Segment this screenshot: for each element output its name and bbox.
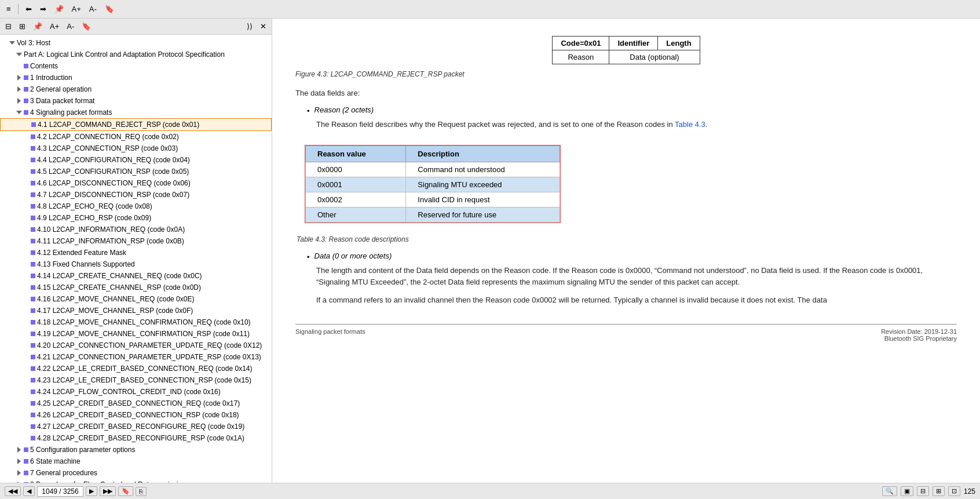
toc-s4-6[interactable]: 4.6 L2CAP_DISCONNECTION_REQ (code 0x06) <box>0 177 272 189</box>
toc-bullet <box>31 122 36 127</box>
last-page-button[interactable]: ▶▶ <box>100 486 116 496</box>
toc-s41-label: 4.1 L2CAP_COMMAND_REJECT_RSP (code 0x01) <box>38 119 199 130</box>
toc-s4-9[interactable]: 4.9 L2CAP_ECHO_RSP (code 0x09) <box>0 212 272 224</box>
toc-s4-25[interactable]: 4.25 L2CAP_CREDIT_BASED_CONNECTION_REQ (… <box>0 398 272 409</box>
toc-s4-15[interactable]: 4.15 L2CAP_CREATE_CHANNEL_RSP (code 0x0D… <box>0 282 272 293</box>
bookmark-nav-button[interactable]: 🔖 <box>118 486 133 496</box>
toc-font-decrease-button[interactable]: A- <box>64 20 77 32</box>
bottom-bar: ◀◀ ◀ ▶ ▶▶ 🔖 ⎘ 🔍 ▣ ⊟ ⊞ ⊡ 125 <box>0 483 980 499</box>
expand-icon-partA <box>16 52 22 57</box>
expand-icon-ch6 <box>16 458 22 464</box>
toc-ch4[interactable]: 4 Signaling packet formats <box>0 107 272 118</box>
toc-s4-14[interactable]: 4.14 L2CAP_CREATE_CHANNEL_REQ (code 0x0C… <box>0 270 272 282</box>
toc-s4-8[interactable]: 4.8 L2CAP_ECHO_REQ (code 0x08) <box>0 201 272 212</box>
toc-s4-13[interactable]: 4.13 Fixed Channels Supported <box>0 258 272 270</box>
page-input[interactable] <box>37 486 83 497</box>
toc-ch1[interactable]: 1 Introduction <box>0 72 272 83</box>
toc-root[interactable]: Vol 3: Host <box>0 37 272 49</box>
toc-s4-10[interactable]: 4.10 L2CAP_INFORMATION_REQ (code 0x0A) <box>0 224 272 235</box>
toc-s42-label: 4.2 L2CAP_CONNECTION_REQ (code 0x02) <box>37 132 179 142</box>
footer-right2: Bluetooth SIG Proprietary <box>881 335 957 342</box>
expand-icon-ch1 <box>16 75 22 81</box>
back-button[interactable]: ⬅ <box>23 3 35 15</box>
toc-font-increase-button[interactable]: A+ <box>47 20 62 32</box>
toc-ch5[interactable]: 5 Configuration parameter options <box>0 444 272 456</box>
table-caption: Table 4.3: Reason code descriptions <box>297 235 957 243</box>
copy-nav-button[interactable]: ⎘ <box>136 487 147 496</box>
font-increase-button[interactable]: A+ <box>69 3 84 15</box>
data-fields-heading: The data fields are: <box>295 88 957 100</box>
bullet-dot-1: • <box>307 107 310 115</box>
toc-ch2[interactable]: 2 General operation <box>0 83 272 95</box>
first-page-button[interactable]: ◀◀ <box>5 486 21 496</box>
reason-desc-cell: Signaling MTU exceeded <box>406 177 560 192</box>
toc-s4-4[interactable]: 4.4 L2CAP_CONFIGURATION_REQ (code 0x04) <box>0 154 272 166</box>
view-icon3[interactable]: ⊟ <box>917 486 929 496</box>
reason-value-cell: 0x0001 <box>306 177 406 192</box>
toc-ch2-label: 2 General operation <box>30 84 92 94</box>
toc-s4-5[interactable]: 4.5 L2CAP_CONFIGURATION_RSP (code 0x05) <box>0 166 272 177</box>
pin-button[interactable]: 📌 <box>52 3 67 15</box>
panel-collapse-button[interactable]: ⟩⟩ <box>244 20 255 32</box>
toc-bullet <box>31 424 35 429</box>
toc-s4-26[interactable]: 4.26 L2CAP_CREDIT_BASED_CONNECTION_RSP (… <box>0 409 272 421</box>
toc-tree[interactable]: Vol 3: Host Part A: Logical Link Control… <box>0 35 272 483</box>
toc-s4-22[interactable]: 4.22 L2CAP_LE_CREDIT_BASED_CONNECTION_RE… <box>0 363 272 374</box>
view-icon4[interactable]: ⊞ <box>933 486 945 496</box>
font-decrease-button[interactable]: A- <box>86 3 100 15</box>
expand-all-button[interactable]: ⊞ <box>16 20 28 32</box>
prev-page-button[interactable]: ◀ <box>23 486 35 496</box>
toc-contents[interactable]: Contents <box>0 60 272 72</box>
toc-s4-28[interactable]: 4.28 L2CAP_CREDIT_BASED_RECONFIGURE_RSP … <box>0 432 272 444</box>
toc-s4-7[interactable]: 4.7 L2CAP_DISCONNECTION_RSP (code 0x07) <box>0 189 272 201</box>
toc-bookmark-button[interactable]: 🔖 <box>79 20 94 32</box>
toc-s4-20[interactable]: 4.20 L2CAP_CONNECTION_PARAMETER_UPDATE_R… <box>0 340 272 351</box>
toc-s4-18[interactable]: 4.18 L2CAP_MOVE_CHANNEL_CONFIRMATION_REQ… <box>0 316 272 328</box>
toc-s4-17[interactable]: 4.17 L2CAP_MOVE_CHANNEL_RSP (code 0x0F) <box>0 305 272 316</box>
toc-bullet <box>24 99 28 103</box>
toc-ch7[interactable]: 7 General procedures <box>0 467 272 479</box>
toc-s4-16[interactable]: 4.16 L2CAP_MOVE_CHANNEL_REQ (code 0x0E) <box>0 293 272 305</box>
toc-ch3[interactable]: 3 Data packet format <box>0 95 272 107</box>
toc-s4-24[interactable]: 4.24 L2CAP_FLOW_CONTROL_CREDIT_IND (code… <box>0 386 272 398</box>
toc-bullet <box>31 192 35 197</box>
collapse-all-button[interactable]: ⊟ <box>2 20 14 32</box>
reason-col-header-1: Reason value <box>306 145 406 162</box>
toc-partA[interactable]: Part A: Logical Link Control and Adaptat… <box>0 49 272 60</box>
toc-s4-27[interactable]: 4.27 L2CAP_CREDIT_BASED_RECONFIGURE_REQ … <box>0 421 272 432</box>
toc-s4-19[interactable]: 4.19 L2CAP_MOVE_CHANNEL_CONFIRMATION_RSP… <box>0 328 272 340</box>
panel-expand-button[interactable]: ✕ <box>257 20 269 32</box>
toc-bullet <box>24 447 28 452</box>
bullet-section-1: • Reason (2 octets) The Reason field des… <box>307 105 957 131</box>
next-page-button[interactable]: ▶ <box>86 486 97 496</box>
menu-icon[interactable]: ≡ <box>3 3 14 15</box>
toolbar: ≡ ⬅ ➡ 📌 A+ A- 🔖 <box>0 0 980 19</box>
toc-s4-11[interactable]: 4.11 L2CAP_INFORMATION_RSP (code 0x0B) <box>0 235 272 247</box>
bookmark-toolbar-button[interactable]: 🔖 <box>102 3 117 15</box>
reason-value-cell: Other <box>306 207 406 222</box>
reason-col-header-2: Description <box>406 145 560 162</box>
reason-table-row: 0x0002Invalid CID in request <box>306 192 560 207</box>
bullet-item-2: • Data (0 or more octets) <box>307 252 957 261</box>
toc-pin-button[interactable]: 📌 <box>30 20 45 32</box>
view-icon2[interactable]: ▣ <box>901 486 913 496</box>
bottom-right: 🔍 ▣ ⊟ ⊞ ⊡ 125 <box>882 486 975 496</box>
forward-button[interactable]: ➡ <box>37 3 49 15</box>
toc-bullet <box>31 308 35 313</box>
toc-bullet <box>31 134 35 139</box>
toc-bullet <box>31 169 35 174</box>
view-icon5[interactable]: ⊡ <box>948 486 960 496</box>
toc-s4-2[interactable]: 4.2 L2CAP_CONNECTION_REQ (code 0x02) <box>0 131 272 143</box>
toc-s4-21[interactable]: 4.21 L2CAP_CONNECTION_PARAMETER_UPDATE_R… <box>0 351 272 363</box>
toc-ch6[interactable]: 6 State machine <box>0 456 272 467</box>
toc-ch8[interactable]: 8 Procedures for Flow Control and Retran… <box>0 479 272 483</box>
table43-link[interactable]: Table 4.3 <box>675 120 705 129</box>
toc-s4-3[interactable]: 4.3 L2CAP_CONNECTION_RSP (code 0x03) <box>0 143 272 154</box>
view-icon1[interactable]: 🔍 <box>882 486 897 496</box>
toc-bullet <box>31 250 35 255</box>
toc-s4-12[interactable]: 4.12 Extended Feature Mask <box>0 247 272 258</box>
spacer <box>16 63 22 69</box>
reason-table-row: 0x0001Signaling MTU exceeded <box>306 177 560 192</box>
toc-s4-23[interactable]: 4.23 L2CAP_LE_CREDIT_BASED_CONNECTION_RS… <box>0 374 272 386</box>
toc-s4-1[interactable]: 4.1 L2CAP_COMMAND_REJECT_RSP (code 0x01) <box>0 118 272 131</box>
